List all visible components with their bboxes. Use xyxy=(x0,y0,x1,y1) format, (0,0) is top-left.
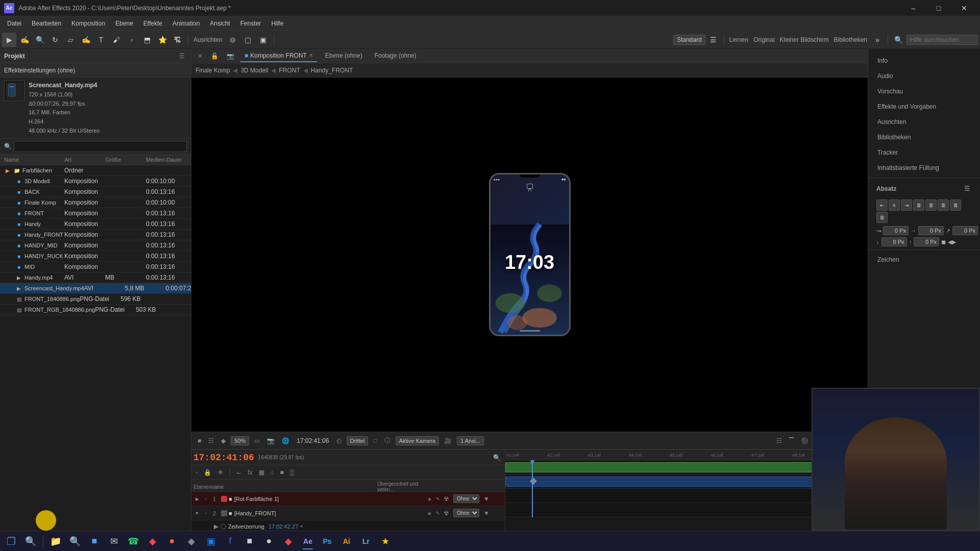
viewer-tab-ebene[interactable]: Ebene (ohne) xyxy=(321,50,366,62)
spacing-input-3[interactable] xyxy=(952,226,978,235)
workspace-more[interactable]: » xyxy=(870,33,885,47)
layer-1-parent-select[interactable]: Ohne xyxy=(453,494,479,503)
viewer-snapshot-icon2[interactable]: 📷 xyxy=(265,436,277,445)
project-search-input[interactable] xyxy=(14,141,187,152)
menu-datei[interactable]: Datei xyxy=(2,18,27,29)
menu-bearbeiten[interactable]: Bearbeiten xyxy=(27,18,66,29)
taskbar-store-btn[interactable]: ■ xyxy=(85,532,104,550)
search-layers-icon[interactable]: 🔍 xyxy=(491,453,503,462)
file-row-frontrgbpng[interactable]: ▤FRONT_RGB_1840886.png PNG-Datei503 KB xyxy=(0,305,191,315)
tool-zoom[interactable]: 🔍 xyxy=(33,33,47,47)
workspace-dropdown[interactable]: Standard xyxy=(673,35,705,45)
right-panel-ausrichten[interactable]: Ausrichten xyxy=(868,114,980,130)
file-row-mid[interactable]: ■MID Komposition0:00:13:16 xyxy=(0,262,191,272)
tool-hand[interactable]: ✍ xyxy=(17,33,32,47)
sublayer-expand[interactable]: ▶ xyxy=(212,522,220,531)
file-row-handymp4[interactable]: ▶Handy.mp4 AVIMB0:00:13:16 xyxy=(0,272,191,283)
taskbar-firefox-btn[interactable]: ● xyxy=(163,532,181,550)
file-row-handymid[interactable]: ■HANDY_MID Komposition0:00:13:16 xyxy=(0,240,191,251)
taskbar-search2-btn[interactable]: 🔍 xyxy=(66,532,84,550)
camera-dropdown[interactable]: Aktive Kamera xyxy=(396,436,439,445)
motion-path-btn[interactable]: ⌙ xyxy=(234,468,243,477)
taskbar-start-btn[interactable]: ❐ xyxy=(2,532,20,550)
right-panel-tracker[interactable]: Tracker xyxy=(868,145,980,160)
viewer-tab-footage[interactable]: Footage (ohne) xyxy=(371,50,421,62)
absatz-menu-icon[interactable]: ☰ xyxy=(962,184,972,193)
file-row-front[interactable]: ■FRONT Komposition0:00:13:16 xyxy=(0,208,191,219)
right-panel-vorschau[interactable]: Vorschau xyxy=(868,84,980,99)
layer-2-dropdown-icon[interactable]: ▼ xyxy=(481,509,492,518)
spacing-input-4[interactable] xyxy=(881,237,907,246)
taskbar-ai-btn[interactable]: Ai xyxy=(337,532,356,550)
viewer-grid-icon2[interactable]: ☷ xyxy=(774,436,784,445)
viewer-cam-icon2[interactable]: 🎥 xyxy=(442,436,454,445)
breadcrumb-handy-front[interactable]: Handy_FRONT xyxy=(311,67,353,74)
breadcrumb-front[interactable]: FRONT xyxy=(279,67,300,74)
layer-1-pen-icon[interactable]: ✎ xyxy=(434,495,442,503)
taskbar-ae-btn[interactable]: Ae xyxy=(299,532,317,550)
taskbar-app8-btn[interactable]: ◆ xyxy=(279,532,298,550)
search-icon[interactable]: 🔍 xyxy=(891,33,905,47)
render-mode-dropdown[interactable]: Drittel xyxy=(347,436,369,445)
layer-2-pen-icon[interactable]: ✎ xyxy=(434,510,442,517)
viewer-lock-icon[interactable]: 🔓 xyxy=(209,52,220,61)
viewer-snapshot-icon[interactable]: 📷 xyxy=(225,52,236,61)
layer-2-mask-icon[interactable]: ◈ xyxy=(426,510,433,517)
tool-text[interactable]: T xyxy=(94,33,108,47)
viewer-mask-icon[interactable]: ◆ xyxy=(219,436,228,445)
file-row-3dmodell[interactable]: ■3D Modell Komposition0:00:10:00 xyxy=(0,176,191,187)
taskbar-app6-btn[interactable]: ■ xyxy=(240,532,259,550)
taskbar-app7-btn[interactable]: ● xyxy=(260,532,278,550)
close-button[interactable]: ✕ xyxy=(952,0,976,16)
layer-1-solo[interactable]: ▫ xyxy=(202,495,209,503)
taskbar-ps-btn[interactable]: Ps xyxy=(318,532,336,550)
menu-komposition[interactable]: Komposition xyxy=(66,18,110,29)
viewer-tab-composition[interactable]: ■ Komposition FRONT ✕ xyxy=(240,50,317,62)
viewer-camera-icon[interactable]: 🌐 xyxy=(280,436,291,445)
workspace-config[interactable]: ☰ xyxy=(706,33,721,47)
layer-2-collapse[interactable]: ▼ xyxy=(193,510,201,517)
tool-eraser[interactable]: ▫ xyxy=(125,33,139,47)
viewer-fit-icon[interactable]: ▭ xyxy=(252,436,262,445)
taskbar-explorer-btn[interactable]: 📁 xyxy=(46,532,65,550)
file-row-screencast[interactable]: ▶Screencast_Handy.mp4 AVI5,8 MB0:00:07:2… xyxy=(0,283,191,294)
align-left-btn[interactable]: ⇤ xyxy=(876,199,888,211)
align-j3-btn[interactable]: ≣ xyxy=(938,199,949,211)
layer-1-dropdown-icon[interactable]: ▼ xyxy=(481,494,492,504)
lock-btn[interactable]: 🔒 xyxy=(202,468,213,477)
align-j5-btn[interactable]: ≣ xyxy=(876,212,888,223)
tool-align-icon[interactable]: ⊝ xyxy=(226,33,240,47)
minimize-button[interactable]: – xyxy=(901,0,925,16)
right-panel-effekte[interactable]: Effekte und Vorgaben xyxy=(868,99,980,114)
frame-blend-btn[interactable]: ▩ xyxy=(257,468,266,477)
layer-1-mask-icon[interactable]: ◈ xyxy=(426,495,433,503)
taskbar-adobe-icon[interactable]: ◆ xyxy=(143,532,162,550)
solo-btn[interactable]: ▫ xyxy=(193,468,200,477)
layer-1-parent-icon[interactable]: ☢ xyxy=(442,494,451,504)
viewer-render-icon[interactable]: □ xyxy=(371,436,379,445)
3d-btn[interactable]: ▒ xyxy=(288,468,297,477)
menu-fenster[interactable]: Fenster xyxy=(235,18,266,29)
spacing-input-1[interactable] xyxy=(883,226,909,235)
taskbar-app9-btn[interactable]: ★ xyxy=(376,532,395,550)
taskbar-app5-btn[interactable]: ◆ xyxy=(182,532,201,550)
viewer-grid-icon[interactable]: ☷ xyxy=(206,436,216,445)
align-center-btn[interactable]: ≡ xyxy=(889,199,900,211)
visibility-btn[interactable]: 👁 xyxy=(215,468,226,477)
right-panel-bibliotheken[interactable]: Bibliotheken xyxy=(868,130,980,145)
taskbar-whatsapp-btn[interactable]: ☎ xyxy=(124,532,142,550)
tool-clone[interactable]: ⬒ xyxy=(140,33,154,47)
menu-hilfe[interactable]: Hilfe xyxy=(266,18,288,29)
timeline-playhead[interactable] xyxy=(532,460,533,517)
tool-rotate[interactable]: ↻ xyxy=(48,33,62,47)
viewer-3d-icon[interactable]: ▔ xyxy=(787,436,796,445)
viewer-clock-icon[interactable]: ◴ xyxy=(334,436,344,445)
taskbar-mail-btn[interactable]: ✉ xyxy=(105,532,123,550)
menu-effekte[interactable]: Effekte xyxy=(138,18,167,29)
tool-extra-3[interactable]: ▣ xyxy=(256,33,271,47)
file-row-finalekomp[interactable]: ■Finale Komp Komposition0:00:10:00 xyxy=(0,197,191,208)
view-dropdown[interactable]: 1 Ansi... xyxy=(457,436,484,445)
layer-2-parent-icon[interactable]: ☢ xyxy=(442,509,451,518)
align-justify-btn[interactable]: ≣ xyxy=(913,199,924,211)
right-panel-zeichen[interactable]: Zeichen xyxy=(868,252,980,267)
